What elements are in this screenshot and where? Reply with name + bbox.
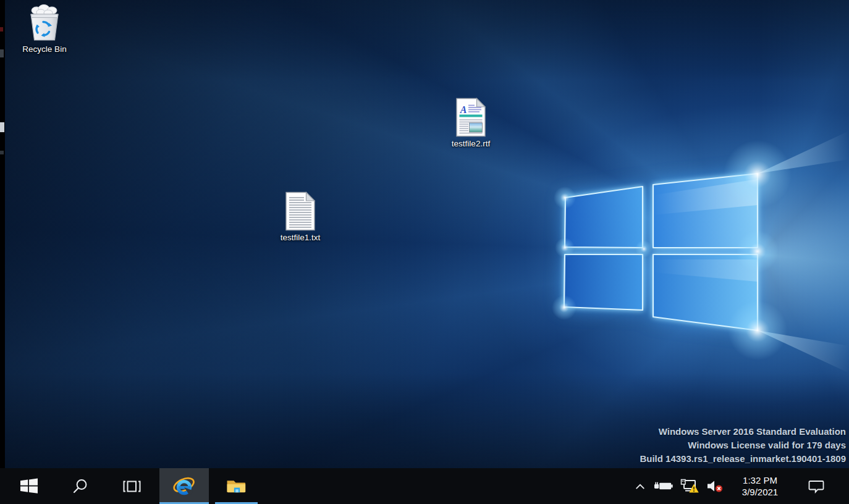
desktop-icon-testfile1[interactable]: testfile1.txt (260, 191, 340, 243)
network-warning-icon (680, 479, 699, 494)
start-button[interactable] (9, 468, 49, 504)
tray-show-hidden-icons[interactable] (631, 468, 649, 504)
taskbar: 1:32 PM 3/9/2021 (0, 468, 849, 504)
action-center-button[interactable] (800, 468, 832, 504)
search-icon (72, 478, 89, 495)
desktop-screen: Recycle Bin A tes (0, 0, 849, 504)
taskbar-item-internet-explorer[interactable] (159, 468, 209, 504)
rtf-document-icon: A (452, 98, 489, 137)
windows-logo-icon (20, 477, 38, 495)
taskbar-item-file-explorer[interactable] (215, 468, 258, 504)
clock-time: 1:32 PM (730, 474, 790, 486)
desktop-icon-testfile2[interactable]: A testfile2.rtf (431, 98, 511, 149)
svg-text:A: A (460, 104, 467, 115)
desktop-icon-label: testfile1.txt (260, 233, 340, 243)
taskbar-clock[interactable]: 1:32 PM 3/9/2021 (730, 468, 790, 504)
text-document-icon (282, 191, 319, 231)
task-view-icon (122, 479, 142, 494)
watermark-line: Windows Server 2016 Standard Evaluation (640, 425, 846, 439)
task-view-button[interactable] (111, 468, 152, 504)
clock-date: 3/9/2021 (730, 486, 790, 498)
desktop-icon-label: Recycle Bin (4, 44, 85, 54)
tray-network-status[interactable] (678, 468, 701, 504)
action-center-icon (808, 479, 824, 494)
desktop-icon-label: testfile2.rtf (431, 139, 511, 149)
desktop-icon-recycle-bin[interactable]: Recycle Bin (4, 3, 85, 54)
tray-volume[interactable] (704, 468, 725, 504)
watermark-line: Windows License valid for 179 days (640, 439, 846, 452)
tray-power-status[interactable] (653, 468, 675, 504)
file-explorer-icon (226, 478, 247, 495)
power-plug-icon (654, 480, 674, 492)
volume-muted-icon (706, 479, 724, 493)
system-watermark: Windows Server 2016 Standard Evaluation … (640, 425, 846, 466)
search-button[interactable] (59, 468, 101, 504)
chevron-up-icon (635, 482, 646, 490)
screen-edge-artifact (0, 0, 5, 504)
watermark-line: Build 14393.rs1_release_inmarket.190401-… (640, 452, 846, 466)
recycle-bin-icon (24, 3, 65, 43)
internet-explorer-icon (172, 474, 196, 498)
